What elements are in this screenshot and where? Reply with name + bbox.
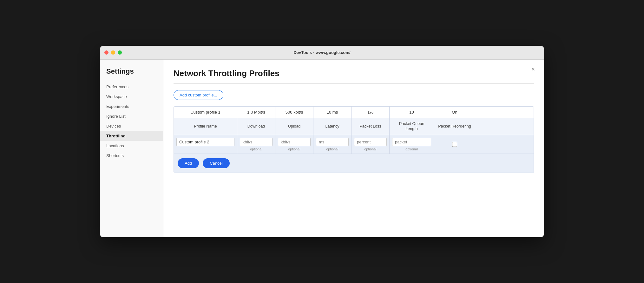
add-custom-profile-button[interactable]: Add custom profile...	[174, 90, 223, 100]
form-cell-upload: optional	[275, 135, 313, 154]
sidebar-item-locations[interactable]: Locations	[100, 141, 163, 151]
add-button[interactable]: Add	[178, 158, 199, 168]
page-title: Network Throttling Profiles	[174, 69, 534, 78]
maximize-traffic-light[interactable]	[118, 50, 122, 55]
devtools-window: DevTools - www.google.com/ Settings Pref…	[100, 46, 544, 237]
sidebar-item-throttling[interactable]: Throttling	[100, 131, 163, 141]
profile-latency-cell: 10 ms	[313, 107, 352, 118]
profile-download-cell: 1.0 Mbit/s	[237, 107, 275, 118]
window-title: DevTools - www.google.com/	[293, 50, 350, 55]
upload-hint: optional	[288, 147, 300, 151]
packet-queue-input[interactable]	[392, 138, 431, 146]
sidebar: Settings Preferences Workspace Experimen…	[100, 60, 163, 237]
minimize-traffic-light[interactable]	[111, 50, 115, 55]
profile-upload-cell: 500 kbit/s	[275, 107, 313, 118]
header-packet-queue: Packet Queue Length	[390, 118, 434, 135]
close-button[interactable]: ×	[529, 65, 538, 74]
profile-packet-queue-cell: 10	[390, 107, 434, 118]
packet-queue-hint: optional	[405, 147, 418, 151]
sidebar-item-shortcuts[interactable]: Shortcuts	[100, 151, 163, 161]
profile-name-cell: Custom profile 1	[174, 107, 237, 118]
close-traffic-light[interactable]	[104, 50, 108, 55]
actions-row: Add Cancel	[174, 154, 534, 173]
sidebar-item-experiments[interactable]: Experiments	[100, 102, 163, 111]
packet-reordering-checkbox[interactable]	[452, 142, 457, 147]
divider	[174, 83, 534, 84]
form-cell-download: optional	[237, 135, 275, 154]
download-input[interactable]	[240, 138, 273, 146]
traffic-lights	[104, 50, 122, 55]
header-packet-loss: Packet Loss	[352, 118, 390, 135]
sidebar-item-preferences[interactable]: Preferences	[100, 82, 163, 92]
window-body: Settings Preferences Workspace Experimen…	[100, 60, 544, 237]
profile-packet-reordering-cell: On	[434, 107, 475, 118]
upload-input[interactable]	[278, 138, 311, 146]
profiles-table: Custom profile 1 1.0 Mbit/s 500 kbit/s 1…	[174, 106, 534, 173]
header-latency: Latency	[313, 118, 352, 135]
sidebar-item-workspace[interactable]: Workspace	[100, 92, 163, 102]
profile-packet-loss-cell: 1%	[352, 107, 390, 118]
form-cell-packet-queue: optional	[390, 135, 434, 154]
form-cell-packet-loss: optional	[352, 135, 390, 154]
packet-loss-input[interactable]	[354, 138, 387, 146]
titlebar: DevTools - www.google.com/	[100, 46, 544, 60]
profile-name-input[interactable]	[176, 138, 234, 146]
table-row: Custom profile 1 1.0 Mbit/s 500 kbit/s 1…	[174, 107, 534, 118]
sidebar-item-devices[interactable]: Devices	[100, 121, 163, 131]
table-header-row: Profile Name Download Upload Latency Pac…	[174, 118, 534, 135]
form-cell-packet-reordering	[434, 135, 475, 154]
header-profile-name: Profile Name	[174, 118, 237, 135]
header-upload: Upload	[275, 118, 313, 135]
sidebar-item-ignore-list[interactable]: Ignore List	[100, 111, 163, 121]
form-row: optional optional optional optional	[174, 135, 534, 154]
main-content: × Network Throttling Profiles Add custom…	[163, 60, 544, 237]
header-packet-reordering: Packet Reordering	[434, 118, 475, 135]
form-cell-name	[174, 135, 237, 154]
latency-input[interactable]	[316, 138, 349, 146]
packet-loss-hint: optional	[364, 147, 377, 151]
sidebar-heading: Settings	[100, 67, 163, 82]
download-hint: optional	[250, 147, 262, 151]
latency-hint: optional	[326, 147, 338, 151]
cancel-button[interactable]: Cancel	[203, 158, 229, 168]
header-download: Download	[237, 118, 275, 135]
form-cell-latency: optional	[313, 135, 352, 154]
